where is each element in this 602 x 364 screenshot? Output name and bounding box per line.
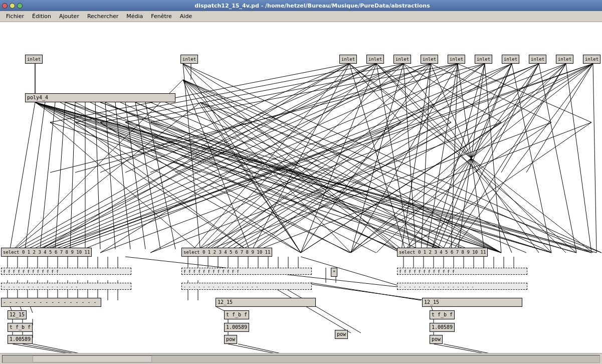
pd-canvas[interactable]: inlet inlet inlet inlet inlet inlet inle… bbox=[0, 22, 602, 353]
select-3[interactable]: select 0 1 2 3 4 5 6 7 8 9 10 11 bbox=[397, 248, 488, 257]
inlet-6[interactable]: inlet bbox=[421, 55, 438, 64]
svg-line-17 bbox=[15, 64, 376, 253]
value-2[interactable]: 1.00589 bbox=[224, 323, 249, 332]
menu-media[interactable]: Média bbox=[122, 12, 147, 21]
f-row-1: f f f f f f f f f f f f bbox=[1, 268, 131, 275]
svg-line-14 bbox=[10, 64, 349, 253]
close-button[interactable] bbox=[2, 3, 8, 9]
menu-ajouter[interactable]: Ajouter bbox=[55, 12, 83, 21]
inlet-9[interactable]: inlet bbox=[502, 55, 519, 64]
svg-line-184 bbox=[444, 344, 548, 353]
svg-line-75 bbox=[100, 64, 404, 253]
svg-line-216 bbox=[301, 122, 501, 253]
svg-line-92 bbox=[593, 64, 596, 253]
svg-line-186 bbox=[301, 257, 406, 288]
value-3[interactable]: 1.00589 bbox=[430, 323, 455, 332]
inlet-4[interactable]: inlet bbox=[366, 55, 384, 64]
titlebar: dispatch12_15_4v.pd - /home/hetzel/Burea… bbox=[0, 0, 602, 11]
horizontal-scrollbar[interactable] bbox=[2, 355, 600, 363]
svg-line-137 bbox=[30, 306, 33, 313]
12-15-1[interactable]: - - - - - - - - - - - - - - - - bbox=[1, 298, 101, 307]
svg-line-27 bbox=[211, 64, 458, 253]
menu-rechercher[interactable]: Rechercher bbox=[83, 12, 122, 21]
window-title: dispatch12_15_4v.pd - /home/hetzel/Burea… bbox=[25, 3, 600, 9]
pow-2[interactable]: pow bbox=[224, 335, 237, 344]
svg-line-146 bbox=[33, 344, 139, 353]
inlet-8[interactable]: inlet bbox=[475, 55, 492, 64]
12-15-2[interactable]: 12_15 bbox=[216, 298, 316, 307]
inlet-1[interactable]: inlet bbox=[25, 55, 43, 64]
menu-edition[interactable]: Édition bbox=[28, 12, 55, 21]
svg-line-90 bbox=[539, 64, 576, 253]
svg-line-144 bbox=[13, 344, 139, 353]
svg-line-53 bbox=[526, 64, 593, 172]
svg-line-109 bbox=[150, 102, 501, 253]
inlet-11[interactable]: inlet bbox=[556, 55, 573, 64]
svg-line-67 bbox=[183, 80, 351, 253]
select-2[interactable]: select 0 1 2 3 4 5 6 7 8 9 10 11 bbox=[181, 248, 272, 257]
menubar: Fichier Édition Ajouter Rechercher Média… bbox=[0, 11, 602, 22]
dashed-row-2: - - - - - - - - - - - - - - - - bbox=[181, 283, 312, 290]
menu-aide[interactable]: Aide bbox=[176, 12, 196, 21]
inlet-7[interactable]: inlet bbox=[448, 55, 465, 64]
svg-line-242 bbox=[183, 64, 200, 253]
svg-line-68 bbox=[183, 80, 406, 253]
poly4-4-object[interactable]: poly4_4 bbox=[25, 93, 175, 102]
f-row-3: f f f f f f f f f f f f bbox=[397, 268, 527, 275]
svg-line-91 bbox=[566, 64, 591, 253]
tfbf-1[interactable]: 12_15 bbox=[8, 310, 27, 319]
svg-line-190 bbox=[135, 102, 451, 253]
svg-line-165 bbox=[238, 344, 335, 353]
tfbf-3[interactable]: t f_b f bbox=[430, 310, 455, 319]
statusbar bbox=[0, 353, 602, 364]
inlet-3[interactable]: inlet bbox=[339, 55, 357, 64]
svg-line-32 bbox=[40, 64, 512, 253]
12-15-3[interactable]: 12_15 bbox=[422, 298, 522, 307]
svg-line-0 bbox=[10, 102, 35, 249]
pow-1[interactable]: 1.00589 bbox=[8, 335, 33, 344]
inlet-5[interactable]: inlet bbox=[393, 55, 411, 64]
menu-fichier[interactable]: Fichier bbox=[2, 12, 28, 21]
svg-line-167 bbox=[276, 283, 361, 333]
dashed-row-3: - - - - - - - - - - - - - - - - bbox=[397, 283, 527, 290]
maximize-button[interactable] bbox=[17, 3, 23, 9]
inlet-10[interactable]: inlet bbox=[529, 55, 546, 64]
select-1[interactable]: select 0 1 2 3 4 5 6 7 8 9 10 11 bbox=[1, 248, 92, 257]
f-row-2: f f f f f f f f f f f f bbox=[181, 268, 312, 275]
pow-3[interactable]: pow bbox=[430, 335, 443, 344]
value-1[interactable]: t f_b f bbox=[8, 323, 33, 332]
svg-line-229 bbox=[200, 102, 401, 253]
dashed-row-1: - - - - - - - - - - - - - - - - bbox=[1, 283, 131, 290]
svg-line-89 bbox=[512, 64, 551, 253]
minimize-button[interactable] bbox=[10, 3, 15, 9]
svg-line-218 bbox=[401, 122, 591, 253]
svg-line-188 bbox=[65, 102, 551, 253]
svg-line-166 bbox=[266, 283, 351, 333]
svg-line-196 bbox=[35, 64, 593, 253]
tfbf-2[interactable]: t f_b f bbox=[224, 310, 249, 319]
mult-1[interactable]: * bbox=[331, 268, 337, 277]
inlet-12[interactable]: inlet bbox=[583, 55, 600, 64]
mtlieu-object[interactable]: pow bbox=[335, 330, 348, 339]
menu-fenetre[interactable]: Fenêtre bbox=[147, 12, 176, 21]
inlet-2[interactable]: inlet bbox=[180, 55, 198, 64]
